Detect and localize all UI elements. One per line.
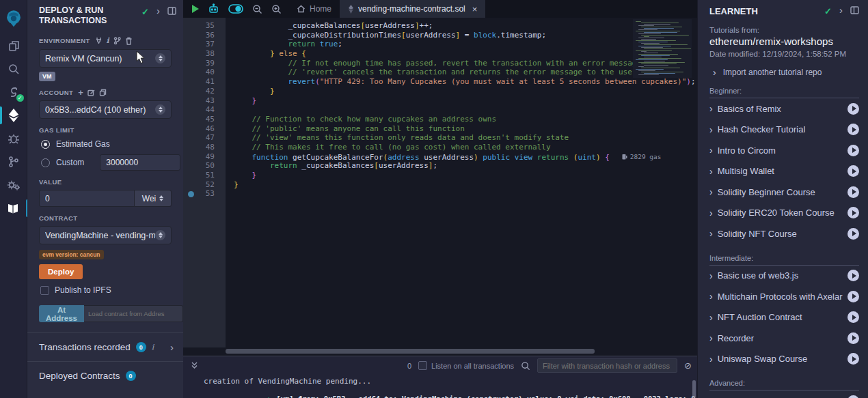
line-number[interactable]: 46 — [183, 124, 226, 134]
tutorial-item[interactable]: ›Solidity ERC20 Token Course — [709, 203, 859, 224]
chevron-right-icon[interactable]: › — [709, 334, 713, 342]
editor-horizontal-scrollbar[interactable] — [183, 347, 697, 356]
at-address-input[interactable] — [84, 305, 183, 322]
tutorial-item[interactable]: ›Solidity Beginner Course — [709, 182, 859, 203]
code-line[interactable]: revert("HTTP 429: Too Many Cupcakes (you… — [234, 77, 697, 87]
account-dropdown-icon[interactable] — [155, 104, 165, 115]
deployed-contracts-row[interactable]: Deployed Contracts 0 — [27, 362, 183, 390]
sidebar-item-learneth[interactable] — [0, 197, 27, 220]
deploy-button[interactable]: Deploy — [39, 264, 83, 279]
environment-dropdown-icon[interactable] — [155, 53, 165, 63]
line-number[interactable]: 53 — [183, 189, 226, 199]
line-number[interactable]: 41 — [183, 77, 226, 87]
start-tutorial-button[interactable] — [847, 124, 859, 135]
code-line[interactable]: // 'public' means anyone can call this f… — [234, 124, 697, 134]
tutorial-title[interactable]: Uniswap Swap Course — [718, 354, 843, 364]
chevron-right-icon[interactable]: › — [709, 229, 713, 238]
breakpoint-dot[interactable] — [188, 191, 194, 197]
sidebar-item-deploy-run[interactable] — [0, 104, 27, 127]
chevron-right-icon[interactable]: › — [709, 167, 713, 175]
chevron-right-icon[interactable]: › — [709, 188, 713, 196]
start-tutorial-button[interactable] — [847, 228, 859, 240]
start-tutorial-button[interactable] — [847, 103, 859, 115]
custom-gas-radio[interactable] — [41, 158, 50, 167]
code-line[interactable]: } — [234, 87, 697, 96]
import-tutorial-repo[interactable]: › Import another tutorial repo — [709, 68, 859, 77]
code-line[interactable]: return _cupcakeBalances[userAddress]; — [234, 161, 697, 171]
ai-assistant-icon[interactable] — [208, 3, 219, 14]
transactions-recorded-row[interactable]: Transactions recorded 0 i › — [27, 333, 183, 361]
close-tab-icon[interactable]: × — [472, 4, 478, 14]
code-line[interactable]: _cupcakeDistributionTimes[userAddress] =… — [234, 31, 697, 40]
environment-info-icon[interactable]: i — [107, 36, 110, 45]
line-number[interactable]: 48 — [183, 143, 226, 152]
line-number[interactable]: 40 — [183, 68, 226, 77]
collapse-panel-icon[interactable]: › — [157, 7, 160, 15]
tutorial-title[interactable]: Multichain Protocols with Axelar — [718, 292, 843, 302]
chevron-right-icon[interactable]: › — [709, 126, 713, 134]
add-account-icon[interactable]: + — [78, 89, 83, 96]
code-line[interactable] — [234, 105, 697, 115]
terminal-scrollbar[interactable] — [692, 380, 696, 398]
chevron-right-icon[interactable]: › — [709, 292, 713, 300]
start-tutorial-button[interactable] — [847, 207, 859, 218]
tab-home[interactable]: Home — [288, 0, 340, 18]
code-line[interactable]: } — [234, 171, 697, 180]
line-number[interactable]: 47 — [183, 133, 226, 143]
account-select[interactable]: 0x5B3...eddC4 (100 ether) — [39, 100, 172, 119]
run-script-button[interactable] — [192, 5, 199, 13]
tutorial-title[interactable]: Basics of Remix — [718, 104, 843, 114]
transactions-info-icon[interactable]: i — [152, 343, 154, 352]
edit-account-icon[interactable] — [87, 89, 95, 96]
chevron-right-icon[interactable]: › — [709, 355, 713, 363]
zoom-out-icon[interactable] — [252, 4, 262, 14]
code-line[interactable]: } — [234, 180, 697, 190]
learneth-pin-icon[interactable] — [850, 6, 859, 14]
line-number[interactable]: 37 — [183, 40, 226, 49]
tutorial-title[interactable]: Recorder — [718, 333, 843, 343]
start-tutorial-button[interactable] — [847, 311, 859, 323]
line-number[interactable]: 44 — [183, 105, 226, 115]
tutorial-title[interactable]: NFT Auction Contract — [718, 312, 843, 322]
custom-gas-input[interactable] — [100, 154, 180, 171]
tutorial-item[interactable]: ›Hash Checker Tutorial — [709, 119, 859, 141]
value-unit-select[interactable]: Wei — [135, 190, 172, 207]
chevron-right-icon[interactable]: › — [709, 146, 713, 154]
at-address-button[interactable]: At Address — [39, 305, 84, 322]
start-tutorial-button[interactable] — [847, 165, 859, 177]
tutorial-title[interactable]: Solidity Beginner Course — [718, 187, 843, 197]
sidebar-item-file-explorer[interactable] — [0, 34, 27, 57]
transactions-expand-icon[interactable]: › — [170, 343, 174, 352]
code-line[interactable]: function getCupcakeBalanceFor(address us… — [234, 152, 697, 162]
code-line[interactable]: } — [234, 96, 697, 106]
chevron-right-icon[interactable]: › — [709, 272, 713, 280]
sidebar-item-debugger[interactable] — [0, 127, 27, 150]
environment-select[interactable]: Remix VM (Cancun) — [39, 49, 172, 68]
line-number[interactable]: 42 — [183, 87, 226, 96]
tutorial-title[interactable]: Basic use of web3.js — [718, 270, 843, 281]
start-tutorial-button[interactable] — [847, 395, 859, 398]
line-number[interactable]: 51 — [183, 171, 226, 180]
clear-console-icon[interactable]: ⊘ — [684, 360, 692, 371]
estimated-gas-radio[interactable] — [41, 140, 50, 149]
sidebar-item-source-control[interactable] — [0, 150, 27, 173]
collapse-terminal-icon[interactable] — [190, 361, 199, 370]
editor-code[interactable]: _cupcakeBalances[userAddress]++; _cupcak… — [226, 18, 697, 347]
code-line[interactable]: // 'revert' cancels the transaction and … — [234, 68, 697, 77]
start-tutorial-button[interactable] — [847, 186, 859, 198]
fork-environment-icon[interactable] — [113, 37, 121, 44]
zoom-in-icon[interactable] — [271, 4, 282, 14]
line-number[interactable]: 39 — [183, 59, 226, 68]
chevron-right-icon[interactable]: › — [709, 104, 713, 113]
start-tutorial-button[interactable] — [847, 332, 859, 344]
tutorial-item[interactable]: ›Basic use of web3.js — [709, 266, 859, 287]
start-tutorial-button[interactable] — [847, 291, 859, 302]
editor-gutter[interactable]: 35363738394041424344454647484950515253 — [183, 18, 226, 347]
copy-account-icon[interactable] — [99, 89, 107, 96]
chevron-right-icon[interactable]: › — [709, 313, 713, 322]
code-editor[interactable]: 35363738394041424344454647484950515253 _… — [183, 18, 697, 347]
listen-all-transactions[interactable]: Listen on all transactions — [418, 361, 514, 370]
tutorial-item[interactable]: ›All about Proxy Contracts — [709, 390, 859, 398]
code-line[interactable]: } else { — [234, 49, 697, 59]
code-line[interactable]: _cupcakeBalances[userAddress]++; — [234, 21, 697, 31]
